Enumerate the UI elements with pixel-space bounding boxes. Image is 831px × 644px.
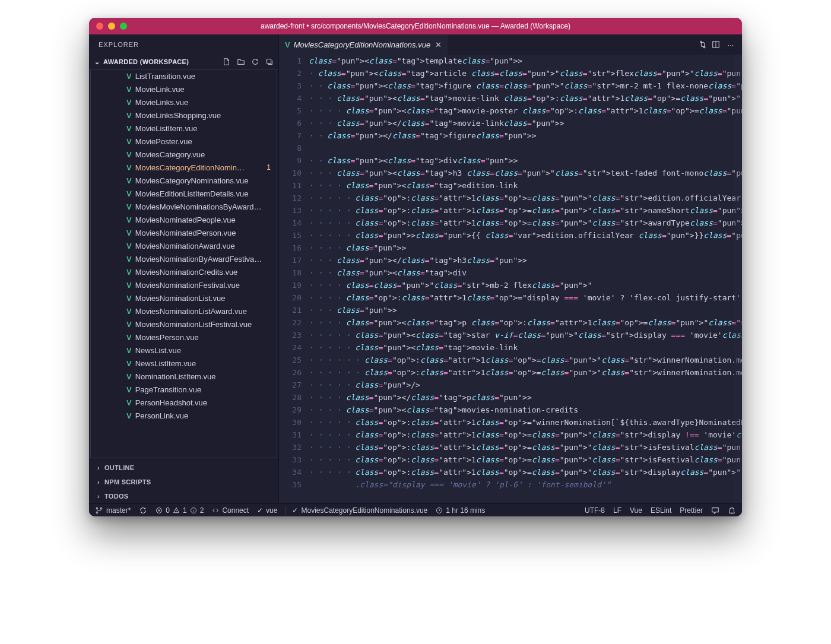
file-name: MoviesEditionListItemDetails.vue	[135, 189, 249, 198]
waka-time-status[interactable]: 1 hr 16 mins	[436, 506, 485, 515]
vue-file-icon: V	[126, 411, 131, 420]
file-row[interactable]: VNewsList.vue	[91, 344, 277, 357]
tab-active[interactable]: V MoviesCategoryEditionNominations.vue ✕	[279, 34, 448, 55]
vue-file-icon: V	[126, 320, 131, 329]
file-row[interactable]: VMovieListItem.vue	[91, 122, 277, 135]
error-count: 0	[166, 506, 170, 515]
file-name: NewsList.vue	[135, 346, 181, 355]
sync-status[interactable]	[139, 506, 147, 515]
file-row[interactable]: VMoviesNominationCredits.vue	[91, 265, 277, 278]
workspace-header[interactable]: ⌄ AWARDED (WORKSPACE)	[89, 55, 278, 69]
file-name: ListTransition.vue	[135, 72, 195, 81]
check-status-2[interactable]: ✓ MoviesCategoryEditionNominations.vue	[286, 506, 427, 515]
file-row[interactable]: VMovieLinks.vue	[91, 96, 277, 109]
modified-badge: 1	[267, 163, 271, 172]
window-title: awarded-front • src/components/MoviesCat…	[89, 18, 742, 34]
file-row[interactable]: VMovieLinksShopping.vue	[91, 109, 277, 122]
collapse-all-icon[interactable]	[265, 58, 274, 66]
eol-status[interactable]: LF	[613, 506, 621, 515]
vue-file-icon: V	[285, 40, 289, 49]
compare-changes-icon[interactable]	[698, 40, 711, 49]
code-view[interactable]: class="pun"><class="tag">templateclass="…	[309, 55, 742, 503]
file-name: MovieLink.vue	[135, 85, 185, 94]
svg-rect-0	[267, 59, 271, 64]
problems-status[interactable]: 0 1 2	[156, 506, 204, 515]
sidebar-panel-outline[interactable]: ›OUTLINE	[89, 461, 278, 475]
file-row[interactable]: VMoviesNominationList.vue	[91, 291, 277, 304]
vue-file-icon: V	[126, 137, 131, 146]
file-row[interactable]: VPageTransition.vue	[91, 383, 277, 396]
file-name: MovieLinks.vue	[135, 98, 189, 107]
sidebar-panel-todos[interactable]: ›TODOS	[89, 489, 278, 503]
close-window-button[interactable]	[96, 23, 103, 30]
refresh-icon[interactable]	[251, 58, 259, 66]
file-name: MoviesNominationFestival.vue	[135, 281, 240, 290]
prettier-status[interactable]: Prettier	[680, 506, 703, 515]
eslint-status[interactable]: ESLint	[651, 506, 671, 515]
file-row[interactable]: VPersonHeadshot.vue	[91, 396, 277, 409]
vue-file-icon: V	[126, 124, 131, 133]
file-row[interactable]: VPersonLink.vue	[91, 409, 277, 422]
file-row[interactable]: VMoviePoster.vue	[91, 135, 277, 148]
tab-bar: V MoviesCategoryEditionNominations.vue ✕…	[279, 34, 742, 55]
svg-point-5	[96, 512, 98, 513]
file-row[interactable]: VNominationListItem.vue	[91, 370, 277, 383]
chevron-right-icon: ›	[94, 464, 103, 471]
split-editor-icon[interactable]	[711, 40, 724, 49]
explorer-sidebar: EXPLORER ⌄ AWARDED (WORKSPACE)	[89, 34, 279, 503]
file-row[interactable]: VMoviesNominationFestival.vue	[91, 278, 277, 291]
file-name: MoviesNominatedPerson.vue	[135, 229, 236, 237]
maximize-window-button[interactable]	[120, 23, 127, 30]
sidebar-panel-npm-scripts[interactable]: ›NPM SCRIPTS	[89, 475, 278, 489]
connect-label: Connect	[222, 506, 249, 515]
file-row[interactable]: VMoviesNominationAward.vue	[91, 239, 277, 252]
git-branch-status[interactable]: master*	[95, 506, 131, 515]
file-row[interactable]: VNewsListItem.vue	[91, 357, 277, 370]
feedback-icon[interactable]	[711, 506, 719, 515]
vue-file-icon: V	[126, 385, 131, 394]
file-name: MoviesNominationCredits.vue	[135, 268, 238, 277]
close-tab-icon[interactable]: ✕	[435, 40, 442, 49]
clock-label: 1 hr 16 mins	[446, 506, 485, 515]
file-row[interactable]: VMoviesMovieNominationsByAward…	[91, 200, 277, 213]
minimap[interactable]	[734, 55, 742, 503]
file-row[interactable]: VMovieLink.vue	[91, 83, 277, 96]
notifications-icon[interactable]	[728, 506, 736, 515]
vue-file-icon: V	[126, 242, 131, 250]
file-name: MoviesNominationListAward.vue	[135, 307, 247, 316]
file-row[interactable]: VMoviesCategoryEditionNomin…1	[91, 161, 277, 174]
file-row[interactable]: VMoviesPerson.vue	[91, 331, 277, 344]
new-folder-icon[interactable]	[237, 58, 245, 66]
file-name: MoviesNominationByAwardFestiva…	[135, 255, 262, 264]
file-row[interactable]: VMoviesEditionListItemDetails.vue	[91, 187, 277, 200]
encoding-status[interactable]: UTF-8	[585, 506, 605, 515]
file-row[interactable]: VMoviesNominatedPeople.vue	[91, 213, 277, 226]
file-list: VListTransition.vueVMovieLink.vueVMovieL…	[90, 69, 277, 458]
file-row[interactable]: VMoviesNominationListFestival.vue	[91, 318, 277, 331]
file-row[interactable]: VMoviesCategory.vue	[91, 148, 277, 161]
file-name: MoviesCategory.vue	[135, 150, 205, 159]
language-mode-status[interactable]: Vue	[630, 506, 642, 515]
file-row[interactable]: VMoviesNominationByAwardFestiva…	[91, 252, 277, 265]
file-name: PersonHeadshot.vue	[135, 398, 207, 407]
file-name: MoviesNominationAward.vue	[135, 242, 235, 250]
vue-file-icon: V	[126, 85, 131, 94]
check-status-1[interactable]: ✓ vue	[257, 506, 277, 515]
vue-file-icon: V	[126, 229, 131, 237]
file-row[interactable]: VMoviesNominationListAward.vue	[91, 304, 277, 318]
file-name: PageTransition.vue	[135, 385, 202, 394]
vue-file-icon: V	[126, 72, 131, 81]
titlebar: awarded-front • src/components/MoviesCat…	[89, 18, 742, 34]
panel-label: NPM SCRIPTS	[104, 478, 151, 486]
vue-file-icon: V	[126, 163, 131, 172]
vue-file-icon: V	[126, 372, 131, 381]
file-row[interactable]: VMoviesNominatedPerson.vue	[91, 226, 277, 239]
new-file-icon[interactable]	[223, 58, 231, 66]
more-actions-icon[interactable]: ···	[724, 40, 737, 49]
file-row[interactable]: VMoviesCategoryNominations.vue	[91, 174, 277, 187]
editor[interactable]: 1 2 3 4 5 6 7 8 9 10 11 12 13 14 15 16 1…	[279, 55, 742, 503]
file-row[interactable]: VListTransition.vue	[91, 69, 277, 83]
remote-connect-status[interactable]: Connect	[212, 506, 249, 515]
minimize-window-button[interactable]	[108, 23, 115, 30]
svg-point-4	[96, 507, 98, 509]
